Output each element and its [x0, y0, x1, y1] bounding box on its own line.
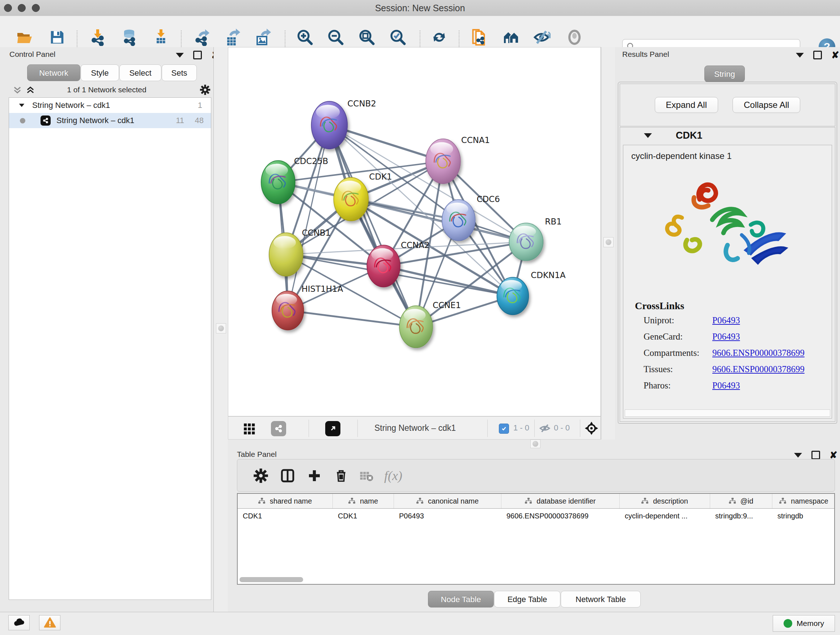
- column-header--id[interactable]: @id: [710, 494, 772, 508]
- export-network-button[interactable]: [191, 27, 212, 48]
- crosslink-link[interactable]: 9606.ENSP00000378699: [712, 348, 832, 358]
- right-splitter[interactable]: [601, 47, 616, 440]
- network-edge-CCNB2-CCNE1[interactable]: [329, 125, 416, 327]
- table-cell[interactable]: 9606.ENSP00000378699: [501, 509, 620, 523]
- collapse-all-button[interactable]: Collapse All: [733, 97, 800, 113]
- import-network-file-button[interactable]: [88, 27, 108, 48]
- tab-edge-table[interactable]: Edge Table: [494, 591, 561, 608]
- tab-string-results[interactable]: String: [704, 65, 745, 82]
- crosshair-icon[interactable]: [584, 421, 599, 435]
- warnings-button[interactable]: [39, 615, 60, 630]
- tab-sets[interactable]: Sets: [162, 65, 197, 81]
- right-splitter-handle[interactable]: [603, 237, 614, 247]
- results-scroll-strip[interactable]: [625, 409, 830, 417]
- crosslink-link[interactable]: P06493: [712, 380, 832, 391]
- control-panel-menu-icon[interactable]: [176, 53, 184, 57]
- network-node-RB1[interactable]: RB1: [509, 217, 561, 261]
- network-node-CCNB2[interactable]: CCNB2: [311, 99, 376, 149]
- network-node-CDC25B[interactable]: CDC25B: [261, 157, 328, 204]
- zoom-selected-button[interactable]: [388, 27, 408, 48]
- clone-network-button[interactable]: [469, 27, 489, 48]
- table-row[interactable]: CDK1CDK1P064939606.ENSP00000378699cyclin…: [238, 509, 834, 523]
- crosslink-link[interactable]: P06493: [712, 332, 832, 342]
- results-panel-float-icon[interactable]: [813, 51, 822, 59]
- crosslink-link[interactable]: P06493: [712, 315, 832, 325]
- show-all-button[interactable]: [564, 27, 584, 48]
- zoom-fit-button[interactable]: [357, 27, 377, 48]
- network-collection-row[interactable]: String Network – cdk1 1: [9, 98, 211, 113]
- column-header-database-identifier[interactable]: database identifier: [501, 494, 620, 508]
- table-panel-menu-icon[interactable]: [794, 453, 802, 458]
- network-node-CCNA2[interactable]: CCNA2: [367, 241, 429, 287]
- table-cell[interactable]: stringdb:9...: [710, 509, 772, 523]
- column-header-shared-name[interactable]: shared name: [238, 494, 333, 508]
- table-cell[interactable]: cyclin-dependent ...: [620, 509, 710, 523]
- network-edge-CCNA2-CDKN1A[interactable]: [384, 266, 513, 296]
- collapse-all-networks-icon[interactable]: [25, 85, 35, 95]
- zoom-out-button[interactable]: [325, 27, 346, 48]
- column-header-canonical-name[interactable]: canonical name: [394, 494, 501, 508]
- zoom-in-button[interactable]: [295, 27, 315, 48]
- warning-icon: [43, 616, 57, 629]
- network-row[interactable]: String Network – cdk1 11 48: [9, 113, 211, 128]
- show-columns-button[interactable]: [278, 466, 297, 486]
- delete-column-button[interactable]: [332, 466, 351, 486]
- open-in-window-icon[interactable]: [325, 421, 340, 436]
- tab-network-table[interactable]: Network Table: [561, 591, 641, 608]
- expand-all-networks-icon[interactable]: [12, 85, 22, 95]
- tab-node-table[interactable]: Node Table: [428, 591, 494, 608]
- node-label-CDK1: CDK1: [369, 172, 392, 181]
- network-node-CCNE1[interactable]: CCNE1: [399, 301, 461, 348]
- tab-network[interactable]: Network: [27, 65, 80, 81]
- delete-table-button[interactable]: [357, 466, 376, 486]
- grid-view-icon[interactable]: [243, 422, 256, 435]
- export-image-button[interactable]: [253, 27, 273, 48]
- eye-slash-icon: [532, 28, 551, 46]
- tab-style[interactable]: Style: [81, 65, 119, 81]
- column-header-description[interactable]: description: [620, 494, 710, 508]
- apply-layout-button[interactable]: [429, 27, 449, 48]
- gene-collapse-icon[interactable]: [644, 133, 652, 138]
- selected-checkbox-icon[interactable]: [499, 424, 509, 434]
- network-options-gear-icon[interactable]: [200, 84, 210, 95]
- memory-button[interactable]: Memory: [773, 615, 835, 632]
- table-panel-float-icon[interactable]: [812, 451, 820, 459]
- column-header-namespace[interactable]: namespace: [772, 494, 835, 508]
- bottom-splitter-handle[interactable]: [531, 440, 540, 448]
- tree-expand-icon[interactable]: [18, 101, 26, 109]
- export-table-button[interactable]: [222, 27, 242, 48]
- node-table[interactable]: shared namenamecanonical namedatabase id…: [237, 493, 835, 585]
- add-column-button[interactable]: [305, 466, 324, 486]
- open-session-button[interactable]: [14, 27, 35, 48]
- network-canvas[interactable]: CCNB2CCNA1CDC25BCDK1CDC6RB1CCNB1CCNA2CDK…: [228, 47, 601, 416]
- table-settings-button[interactable]: [251, 466, 271, 486]
- table-cell[interactable]: CDK1: [333, 509, 394, 523]
- left-splitter[interactable]: [213, 47, 229, 612]
- network-node-CDKN1A[interactable]: CDKN1A: [497, 271, 566, 315]
- save-session-button[interactable]: [47, 27, 67, 48]
- node-label-CDKN1A: CDKN1A: [531, 271, 565, 280]
- crosslink-link[interactable]: 9606.ENSP00000378699: [712, 364, 832, 374]
- network-edge-HIST1H1A-CCNE1[interactable]: [288, 310, 416, 327]
- results-panel-close-icon[interactable]: ✘: [831, 52, 839, 58]
- function-builder-button[interactable]: f(x): [384, 466, 403, 486]
- network-node-HIST1H1A[interactable]: HIST1H1A: [272, 284, 343, 330]
- crosslink-row: Compartments:9606.ENSP00000378699: [644, 348, 832, 358]
- tab-select[interactable]: Select: [119, 65, 161, 81]
- table-cell[interactable]: stringdb: [772, 509, 835, 523]
- table-horizontal-scrollbar[interactable]: [240, 577, 303, 582]
- import-table-file-button[interactable]: [151, 27, 171, 48]
- expand-all-button[interactable]: Expand All: [655, 97, 718, 113]
- table-panel-close-icon[interactable]: ✘: [829, 452, 837, 458]
- table-cell[interactable]: P06493: [394, 509, 501, 523]
- cloud-status-button[interactable]: [8, 615, 30, 630]
- import-network-database-button[interactable]: [119, 27, 139, 48]
- left-splitter-handle[interactable]: [216, 323, 226, 333]
- first-neighbors-button[interactable]: [501, 27, 521, 48]
- control-panel-float-icon[interactable]: [193, 51, 202, 59]
- results-panel-menu-icon[interactable]: [796, 53, 804, 57]
- table-cell[interactable]: CDK1: [238, 509, 333, 523]
- column-header-name[interactable]: name: [333, 494, 394, 508]
- hide-selected-button[interactable]: [531, 27, 552, 48]
- network-overview-icon[interactable]: [271, 421, 286, 436]
